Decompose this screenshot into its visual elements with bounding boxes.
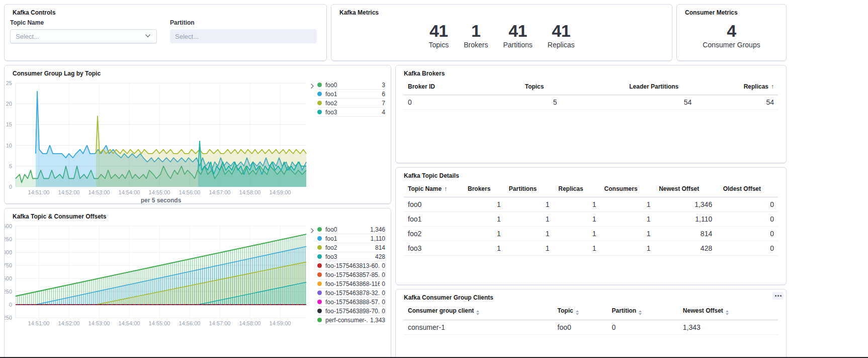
- topic-name-label: Topic Name: [10, 19, 157, 26]
- cell-topic: foo0: [554, 320, 608, 335]
- column-header-topic[interactable]: Topic: [554, 304, 608, 320]
- column-header-topics[interactable]: Topics: [501, 80, 561, 95]
- table-row: foo211118140: [404, 227, 778, 241]
- legend-value: 1,110: [369, 235, 385, 242]
- legend-item-foo2[interactable]: foo2814: [317, 243, 385, 252]
- column-header-partitions[interactable]: Partitions: [505, 182, 554, 197]
- cell-replicas: 1: [554, 197, 600, 212]
- partition-placeholder: Select...: [175, 33, 199, 40]
- metrics-row: 41 Topics 1 Brokers 41 Partitions 41 Rep…: [331, 5, 672, 60]
- legend-value: 0: [380, 308, 385, 315]
- cell-partition: 0: [607, 320, 678, 335]
- legend-item-foo3[interactable]: foo3428: [317, 252, 385, 261]
- svg-text:14:51:00: 14:51:00: [28, 320, 50, 326]
- legend-item-foo-1575463898-70[interactable]: foo-1575463898-70...0: [317, 307, 385, 316]
- column-header-broker-id[interactable]: Broker ID: [404, 80, 501, 95]
- metric-label: Topics: [429, 41, 449, 49]
- legend-item-foo-1575463868-116[interactable]: foo-1575463868-116...0: [317, 279, 385, 289]
- cell-topic-name: foo3: [404, 241, 464, 256]
- column-header-consumers[interactable]: Consumers: [600, 182, 655, 197]
- svg-text:14:54:00: 14:54:00: [119, 320, 140, 326]
- svg-text:per 5 seconds: per 5 seconds: [141, 197, 182, 203]
- column-header-replicas[interactable]: Replicas↑: [696, 80, 778, 95]
- metric-label: Partitions: [503, 41, 532, 49]
- table-row: foo111111,1100: [404, 212, 778, 227]
- cell-partitions: 1: [505, 212, 554, 227]
- column-header-newest-offset[interactable]: Newest Offset: [654, 182, 716, 197]
- legend-item-foo-1575463813-60[interactable]: foo-1575463813-60...0: [317, 261, 385, 270]
- data-table: Topic Name↑BrokersPartitionsReplicasCons…: [404, 182, 778, 256]
- series-color-dot: [317, 254, 322, 259]
- panel-kafka-topic-details: Kafka Topic Details Topic Name↑BrokersPa…: [395, 167, 787, 285]
- legend-value: 7: [380, 100, 385, 107]
- legend-item-foo-1575463878-32[interactable]: foo-1575463878-32...0: [317, 289, 385, 298]
- svg-text:14:59:00: 14:59:00: [270, 320, 291, 326]
- metric-label: Brokers: [464, 41, 488, 49]
- partition-select[interactable]: Select...: [170, 29, 317, 43]
- svg-text:0: 0: [9, 184, 12, 190]
- column-header-newest-offset[interactable]: Newest Offset: [679, 304, 778, 320]
- kafka-dashboard: Kafka Controls Topic Name Select... Part…: [0, 0, 868, 358]
- legend-item-foo-1575463888-57[interactable]: foo-1575463888-57...0: [317, 298, 385, 307]
- series-color-dot: [317, 300, 322, 304]
- legend-label: foo2: [325, 244, 337, 251]
- column-header-brokers[interactable]: Brokers: [464, 182, 505, 197]
- legend-label: perf-consumer-...: [325, 317, 368, 324]
- metric-replicas: 41 Replicas: [548, 22, 575, 49]
- series-color-dot: [317, 291, 322, 295]
- legend-label: foo-1575463898-70...: [325, 308, 380, 315]
- svg-text:14:55:00: 14:55:00: [149, 320, 170, 326]
- column-header-oldest-offset[interactable]: Oldest Offset: [716, 182, 778, 197]
- legend-label: foo0: [325, 82, 337, 89]
- cell-partitions: 1: [505, 197, 554, 212]
- legend-item-foo-1575463857-85[interactable]: foo-1575463857-85...0: [317, 270, 385, 279]
- panel-consumer-group-lag: Consumer Group Lag by Topic 051015202514…: [4, 65, 391, 204]
- offsets-chart[interactable]: -25002505007501,0001,2501,50014:51:0014:…: [5, 222, 312, 330]
- legend-label: foo1: [325, 235, 337, 242]
- cell-newest-offset: 814: [654, 227, 716, 241]
- svg-text:14:56:00: 14:56:00: [179, 189, 201, 195]
- column-header-consumer-group-client[interactable]: Consumer group client: [404, 304, 554, 320]
- legend-item-foo1[interactable]: foo11,110: [317, 234, 385, 243]
- svg-text:14:57:00: 14:57:00: [209, 320, 231, 326]
- cell-partitions: 1: [505, 241, 554, 256]
- cell-consumers: 1: [600, 197, 655, 212]
- metric-label: Replicas: [548, 41, 575, 49]
- cell-replicas: 1: [554, 227, 600, 241]
- legend-value: 0: [380, 271, 385, 278]
- series-color-dot: [317, 245, 322, 250]
- topic-name-select[interactable]: Select...: [10, 29, 157, 43]
- legend-label: foo3: [325, 253, 337, 260]
- panel-consumer-group-clients: Kafka Consumer Group Clients Consumer gr…: [395, 289, 787, 358]
- legend-value: 1,343: [368, 317, 385, 324]
- column-header-partition[interactable]: Partition: [607, 304, 678, 320]
- legend-item-foo3[interactable]: foo34: [317, 108, 385, 117]
- column-header-leader-partitions[interactable]: Leader Partitions: [561, 80, 696, 95]
- column-header-replicas[interactable]: Replicas: [554, 182, 600, 197]
- expand-legend-icon[interactable]: [310, 227, 315, 233]
- sort-ascending-icon: ↑: [771, 83, 774, 90]
- svg-text:14:58:00: 14:58:00: [239, 189, 261, 195]
- svg-text:750: 750: [5, 262, 12, 268]
- cell-brokers: 1: [464, 212, 505, 227]
- legend-item-perf-consumer[interactable]: perf-consumer-...1,343: [317, 316, 385, 325]
- legend-item-foo1[interactable]: foo16: [317, 90, 385, 99]
- metric-partitions: 41 Partitions: [503, 22, 532, 49]
- lag-chart[interactable]: 051015202514:51:0014:52:0014:53:0014:54:…: [5, 79, 312, 203]
- topic-name-control: Topic Name Select...: [10, 19, 157, 43]
- legend-item-foo0[interactable]: foo01,346: [317, 225, 385, 234]
- table-row: foo011111,3460: [404, 197, 778, 212]
- controls-row: Topic Name Select... Partition Select...: [10, 19, 317, 43]
- cell-brokers: 1: [464, 241, 505, 256]
- legend-item-foo0[interactable]: foo03: [317, 81, 385, 90]
- svg-text:1,250: 1,250: [5, 236, 12, 242]
- legend-item-foo2[interactable]: foo27: [317, 99, 385, 108]
- legend-value: 0: [380, 290, 385, 297]
- panel-options-icon[interactable]: [772, 292, 784, 300]
- cell-newest-offset: 1,343: [679, 320, 778, 335]
- expand-legend-icon[interactable]: [310, 82, 315, 88]
- cell-replicas: 54: [696, 95, 778, 110]
- column-header-topic-name[interactable]: Topic Name↑: [404, 182, 464, 197]
- series-color-dot: [317, 92, 322, 96]
- metric-value: 4: [727, 22, 736, 40]
